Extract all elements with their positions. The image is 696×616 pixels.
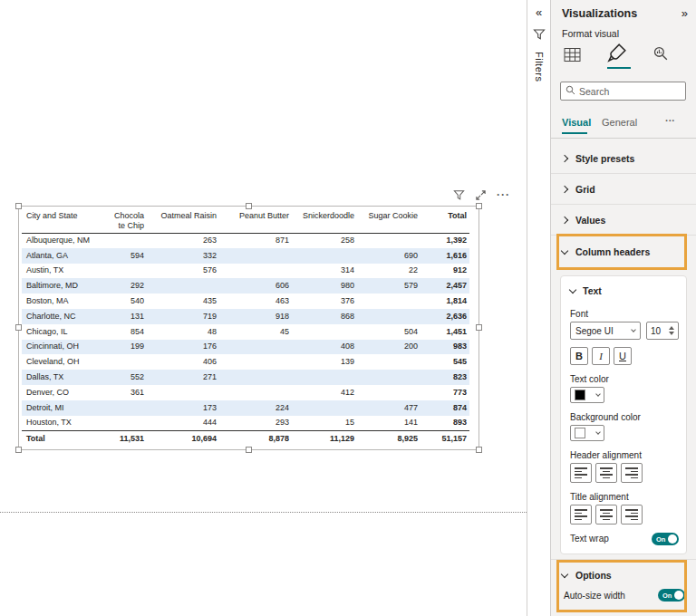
value-cell: 719 bbox=[147, 309, 219, 324]
section-values[interactable]: Values bbox=[551, 205, 696, 236]
section-column-headers[interactable]: Column headers bbox=[551, 236, 696, 268]
table-row[interactable]: Denver, CO361412773 bbox=[22, 385, 469, 400]
section-options[interactable]: Options bbox=[551, 563, 696, 587]
value-cell bbox=[292, 400, 357, 416]
selection-handle[interactable] bbox=[476, 447, 482, 453]
font-family-dropdown[interactable]: Segoe UI bbox=[570, 322, 641, 340]
collapse-pane-icon[interactable]: » bbox=[682, 7, 688, 20]
title-align-right-button[interactable] bbox=[621, 505, 643, 525]
value-cell bbox=[357, 354, 420, 370]
stepper-arrows-icon[interactable] bbox=[669, 326, 674, 335]
tab-more-icon[interactable]: ··· bbox=[665, 115, 675, 126]
table-row[interactable]: Cleveland, OH406139545 bbox=[22, 354, 469, 370]
value-cell: 690 bbox=[357, 248, 420, 264]
background-color-dropdown[interactable] bbox=[570, 425, 604, 441]
text-wrap-toggle[interactable]: On bbox=[652, 533, 679, 545]
value-cell bbox=[219, 264, 292, 279]
selection-handle[interactable] bbox=[476, 203, 482, 209]
row-total-cell: 2,636 bbox=[420, 309, 469, 324]
row-total-cell: 983 bbox=[420, 340, 469, 355]
selection-handle[interactable] bbox=[246, 203, 252, 209]
header-align-left-button[interactable] bbox=[570, 463, 592, 483]
value-cell: 200 bbox=[357, 340, 420, 355]
value-cell bbox=[107, 354, 147, 370]
table-row[interactable]: Cincinnati, OH199176408200983 bbox=[22, 340, 469, 355]
column-header-city[interactable]: City and State bbox=[22, 208, 107, 233]
table-body: Albuquerque, NM2638712581,392Atlanta, GA… bbox=[22, 233, 469, 430]
table-row[interactable]: Dallas, TX552271823 bbox=[22, 370, 469, 385]
toggle-state-label: On bbox=[662, 592, 672, 600]
value-cell bbox=[357, 385, 420, 400]
filters-pane-collapsed[interactable]: « Filters bbox=[527, 0, 551, 616]
header-align-right-button[interactable] bbox=[621, 463, 643, 483]
font-size-stepper[interactable]: 10 bbox=[646, 322, 679, 340]
tab-general[interactable]: General bbox=[602, 117, 637, 128]
report-canvas[interactable]: ··· City and State Chocola te Chip bbox=[0, 0, 527, 616]
table-visual-container[interactable]: City and State Chocola te Chip Oatmeal R… bbox=[18, 206, 479, 450]
more-options-icon[interactable]: ··· bbox=[497, 189, 510, 201]
value-cell: 15 bbox=[292, 416, 357, 431]
auto-size-width-toggle[interactable]: On bbox=[658, 589, 685, 602]
chevron-right-icon bbox=[561, 216, 568, 223]
italic-button[interactable]: I bbox=[592, 347, 610, 365]
value-cell: 504 bbox=[357, 324, 420, 340]
city-cell: Albuquerque, NM bbox=[22, 233, 107, 248]
table-row[interactable]: Boston, MA5404354633761,814 bbox=[22, 294, 469, 309]
table-row[interactable]: Albuquerque, NM2638712581,392 bbox=[22, 233, 469, 248]
table-row[interactable]: Chicago, IL85448455041,451 bbox=[22, 324, 469, 340]
value-cell: 594 bbox=[107, 248, 147, 264]
text-color-label: Text color bbox=[570, 374, 609, 384]
column-header[interactable]: Oatmeal Raisin bbox=[147, 208, 219, 233]
table-row[interactable]: Houston, TX44429315141893 bbox=[22, 416, 469, 431]
table-row[interactable]: Baltimore, MD2926069805792,457 bbox=[22, 278, 469, 294]
search-box[interactable] bbox=[560, 82, 686, 101]
selection-handle[interactable] bbox=[15, 203, 22, 209]
analytics-icon[interactable] bbox=[652, 45, 670, 63]
column-header[interactable]: Snickerdoodle bbox=[292, 208, 357, 233]
divider bbox=[551, 138, 696, 139]
table-row[interactable]: Atlanta, GA5943326901,616 bbox=[22, 248, 469, 264]
value-cell: 258 bbox=[292, 233, 357, 248]
row-total-cell: 2,457 bbox=[420, 278, 469, 294]
total-value: 11,129 bbox=[292, 430, 357, 446]
column-header-total[interactable]: Total bbox=[420, 208, 469, 233]
column-header[interactable]: Chocola te Chip bbox=[107, 208, 147, 233]
subsection-text[interactable]: Text bbox=[570, 285, 602, 296]
column-header[interactable]: Peanut Butter bbox=[219, 208, 292, 233]
grand-total-value: 51,157 bbox=[420, 430, 469, 446]
filter-funnel-icon[interactable] bbox=[453, 189, 465, 201]
search-input[interactable] bbox=[579, 86, 674, 97]
value-cell bbox=[107, 416, 147, 431]
focus-mode-icon[interactable] bbox=[475, 189, 487, 201]
selection-handle[interactable] bbox=[15, 324, 22, 331]
value-cell: 540 bbox=[107, 294, 147, 309]
title-align-left-button[interactable] bbox=[570, 505, 592, 525]
expand-filters-icon[interactable]: « bbox=[536, 6, 542, 19]
header-align-center-button[interactable] bbox=[595, 463, 617, 483]
table-row[interactable]: Austin, TX57631422912 bbox=[22, 264, 469, 279]
selection-handle[interactable] bbox=[15, 447, 22, 453]
row-total-cell: 1,616 bbox=[420, 248, 469, 264]
value-cell bbox=[219, 370, 292, 385]
table-visual[interactable]: City and State Chocola te Chip Oatmeal R… bbox=[22, 208, 469, 446]
toggle-state-label: On bbox=[656, 535, 665, 544]
section-style-presets[interactable]: Style presets bbox=[551, 143, 696, 174]
underline-button[interactable]: U bbox=[614, 347, 632, 365]
total-value: 8,925 bbox=[357, 430, 420, 446]
value-cell: 332 bbox=[147, 248, 219, 264]
chevron-down-icon bbox=[561, 570, 568, 577]
bold-button[interactable]: B bbox=[570, 347, 588, 365]
table-row[interactable]: Detroit, MI173224477874 bbox=[22, 400, 469, 416]
section-grid[interactable]: Grid bbox=[551, 174, 696, 205]
title-align-center-button[interactable] bbox=[595, 505, 617, 525]
text-color-dropdown[interactable] bbox=[570, 387, 604, 403]
column-header[interactable]: Sugar Cookie bbox=[357, 208, 420, 233]
format-visual-label: Format visual bbox=[562, 28, 619, 39]
tab-visual[interactable]: Visual bbox=[562, 117, 591, 128]
selection-handle[interactable] bbox=[476, 324, 482, 331]
chevron-down-icon bbox=[561, 246, 568, 254]
selection-handle[interactable] bbox=[246, 447, 252, 453]
build-visual-icon[interactable] bbox=[564, 47, 581, 63]
format-visual-icon[interactable] bbox=[607, 43, 627, 63]
table-row[interactable]: Charlotte, NC1317199188682,636 bbox=[22, 309, 469, 324]
